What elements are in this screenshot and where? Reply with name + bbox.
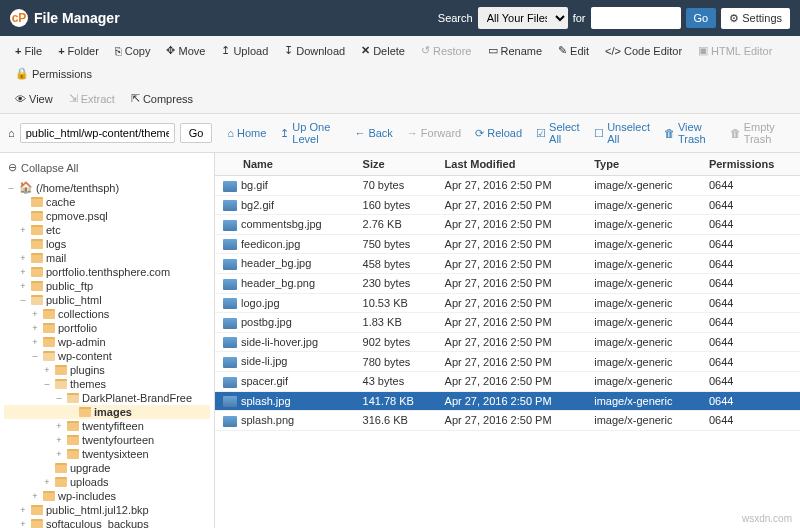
folder-button[interactable]: +Folder xyxy=(51,40,106,61)
tree-node[interactable]: +twentyfourteen xyxy=(4,433,210,447)
select-all[interactable]: ☑Select All xyxy=(531,118,585,148)
file-row[interactable]: bg.gif70 bytesApr 27, 2016 2:50 PMimage/… xyxy=(215,176,800,196)
file-button[interactable]: +File xyxy=(8,40,49,61)
extract-button[interactable]: ⇲Extract xyxy=(62,88,122,109)
html-editor-button[interactable]: ▣HTML Editor xyxy=(691,40,779,61)
tree-node[interactable]: –🏠(/home/tenthsph) xyxy=(4,180,210,195)
tree-node[interactable]: –DarkPlanet-BrandFree xyxy=(4,391,210,405)
code-icon: </> xyxy=(605,45,621,57)
unselect-all[interactable]: ☐Unselect All xyxy=(589,118,655,148)
path-go-button[interactable]: Go xyxy=(180,123,213,143)
tree-node[interactable]: logs xyxy=(4,237,210,251)
tree-toggle[interactable]: – xyxy=(42,379,52,389)
tree-toggle[interactable]: + xyxy=(54,449,64,459)
path-input[interactable] xyxy=(20,123,175,143)
tree-node[interactable]: +softaculous_backups xyxy=(4,517,210,528)
file-row[interactable]: spacer.gif43 bytesApr 27, 2016 2:50 PMim… xyxy=(215,371,800,391)
tree-toggle[interactable]: + xyxy=(42,477,52,487)
search-input[interactable] xyxy=(591,7,681,29)
tree-toggle[interactable]: + xyxy=(18,253,28,263)
tree-node[interactable]: cpmove.psql xyxy=(4,209,210,223)
file-row[interactable]: side-li.jpg780 bytesApr 27, 2016 2:50 PM… xyxy=(215,352,800,372)
view-button[interactable]: 👁View xyxy=(8,88,60,109)
rename-button[interactable]: ▭Rename xyxy=(481,40,550,61)
settings-button[interactable]: ⚙ Settings xyxy=(721,8,790,29)
move-icon: ✥ xyxy=(166,44,175,57)
file-row[interactable]: postbg.jpg1.83 KBApr 27, 2016 2:50 PMima… xyxy=(215,313,800,333)
tree-node[interactable]: +portfolio.tenthsphere.com xyxy=(4,265,210,279)
restore-button[interactable]: ↺Restore xyxy=(414,40,479,61)
file-row[interactable]: header_bg.png230 bytesApr 27, 2016 2:50 … xyxy=(215,273,800,293)
upload-button[interactable]: ↥Upload xyxy=(214,40,275,61)
code-editor-button[interactable]: </>Code Editor xyxy=(598,40,689,61)
column-header[interactable]: Name xyxy=(215,153,355,176)
copy-button[interactable]: ⎘Copy xyxy=(108,40,158,61)
column-header[interactable]: Last Modified xyxy=(437,153,587,176)
file-row[interactable]: splash.png316.6 KBApr 27, 2016 2:50 PMim… xyxy=(215,411,800,431)
home-icon[interactable]: ⌂ xyxy=(8,127,15,139)
file-row[interactable]: splash.jpg141.78 KBApr 27, 2016 2:50 PMi… xyxy=(215,391,800,411)
permissions-button[interactable]: 🔒Permissions xyxy=(8,63,99,84)
tree-node[interactable]: +twentysixteen xyxy=(4,447,210,461)
tree-toggle[interactable]: + xyxy=(18,281,28,291)
tree-node[interactable]: +twentyfifteen xyxy=(4,419,210,433)
search-scope-select[interactable]: All Your Files xyxy=(478,7,568,29)
move-button[interactable]: ✥Move xyxy=(159,40,212,61)
nav-reload[interactable]: ⟳Reload xyxy=(470,118,527,148)
file-row[interactable]: bg2.gif160 bytesApr 27, 2016 2:50 PMimag… xyxy=(215,195,800,215)
compress-button[interactable]: ⇱Compress xyxy=(124,88,200,109)
tree-node[interactable]: –themes xyxy=(4,377,210,391)
tree-toggle[interactable]: – xyxy=(30,351,40,361)
tree-toggle[interactable]: + xyxy=(42,365,52,375)
download-button[interactable]: ↧Download xyxy=(277,40,352,61)
nav-back[interactable]: ←Back xyxy=(349,118,397,148)
tree-toggle[interactable]: + xyxy=(30,491,40,501)
search-go-button[interactable]: Go xyxy=(686,8,717,28)
nav-home[interactable]: ⌂Home xyxy=(222,118,271,148)
column-header[interactable]: Permissions xyxy=(701,153,800,176)
tree-node[interactable]: –public_html xyxy=(4,293,210,307)
tree-toggle[interactable]: – xyxy=(54,393,64,403)
file-row[interactable]: side-li-hover.jpg902 bytesApr 27, 2016 2… xyxy=(215,332,800,352)
tree-node[interactable]: +collections xyxy=(4,307,210,321)
file-row[interactable]: logo.jpg10.53 KBApr 27, 2016 2:50 PMimag… xyxy=(215,293,800,313)
tree-node[interactable]: +portfolio xyxy=(4,321,210,335)
tree-node[interactable]: +wp-admin xyxy=(4,335,210,349)
tree-node[interactable]: images xyxy=(4,405,210,419)
tree-node[interactable]: +plugins xyxy=(4,363,210,377)
tree-toggle[interactable]: + xyxy=(18,225,28,235)
tree-node[interactable]: cache xyxy=(4,195,210,209)
tree-node[interactable]: upgrade xyxy=(4,461,210,475)
tree-toggle[interactable]: – xyxy=(6,183,16,193)
view-trash[interactable]: 🗑View Trash xyxy=(659,118,721,148)
tree-toggle[interactable]: + xyxy=(18,267,28,277)
tree-toggle[interactable]: + xyxy=(54,421,64,431)
nav-up[interactable]: ↥Up One Level xyxy=(275,118,345,148)
edit-button[interactable]: ✎Edit xyxy=(551,40,596,61)
tree-toggle[interactable]: + xyxy=(54,435,64,445)
tree-node[interactable]: +etc xyxy=(4,223,210,237)
tree-node[interactable]: +public_html.jul12.bkp xyxy=(4,503,210,517)
nav-forward[interactable]: →Forward xyxy=(402,118,466,148)
tree-node[interactable]: +public_ftp xyxy=(4,279,210,293)
tree-node[interactable]: +uploads xyxy=(4,475,210,489)
tree-node[interactable]: +wp-includes xyxy=(4,489,210,503)
column-header[interactable]: Type xyxy=(586,153,701,176)
tree-toggle[interactable]: + xyxy=(18,505,28,515)
tree-toggle[interactable]: – xyxy=(18,295,28,305)
tree-toggle[interactable]: + xyxy=(18,519,28,528)
file-row[interactable]: feedicon.jpg750 bytesApr 27, 2016 2:50 P… xyxy=(215,234,800,254)
image-file-icon xyxy=(223,337,237,348)
collapse-all[interactable]: ⊖Collapse All xyxy=(0,157,214,178)
file-row[interactable]: commentsbg.jpg2.76 KBApr 27, 2016 2:50 P… xyxy=(215,215,800,235)
tree-toggle[interactable]: + xyxy=(30,337,40,347)
delete-button[interactable]: ✕Delete xyxy=(354,40,412,61)
column-header[interactable]: Size xyxy=(355,153,437,176)
tree-toggle[interactable]: + xyxy=(30,323,40,333)
empty-trash[interactable]: 🗑Empty Trash xyxy=(725,118,792,148)
file-row[interactable]: header_bg.jpg458 bytesApr 27, 2016 2:50 … xyxy=(215,254,800,274)
tree-node[interactable]: +mail xyxy=(4,251,210,265)
folder-icon xyxy=(55,379,67,389)
tree-toggle[interactable]: + xyxy=(30,309,40,319)
tree-node[interactable]: –wp-content xyxy=(4,349,210,363)
